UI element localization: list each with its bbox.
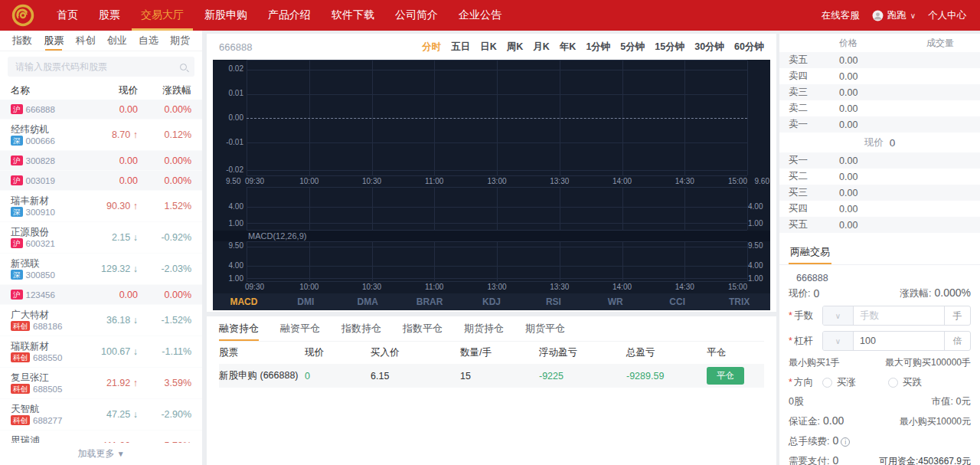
- position-price: 0: [305, 371, 371, 381]
- period-tab-1分钟[interactable]: 1分钟: [586, 41, 610, 54]
- buy-row-3[interactable]: 买三0.00: [779, 185, 980, 201]
- period-tab-五日[interactable]: 五日: [451, 41, 470, 54]
- market-tab-科创[interactable]: 科创: [75, 31, 95, 51]
- nav-item-首页[interactable]: 首页: [57, 0, 78, 31]
- sell-row-1[interactable]: 卖五0.00: [779, 52, 980, 68]
- position-tab-指数持仓[interactable]: 指数持仓: [341, 316, 381, 341]
- tab-margin-trading[interactable]: 两融交易: [789, 239, 831, 264]
- period-tab-年K[interactable]: 年K: [560, 41, 577, 54]
- period-tab-5分钟[interactable]: 5分钟: [620, 41, 645, 54]
- orderbook-sells: 卖五0.00卖四0.00卖三0.00卖二0.00卖一0.00: [779, 52, 980, 133]
- position-tab-融资持仓[interactable]: 融资持仓: [219, 316, 259, 341]
- stock-row-688536[interactable]: 思瑞浦科创688536411.20 ↑5.79%: [0, 431, 202, 443]
- sell-row-3[interactable]: 卖三0.00: [779, 84, 980, 100]
- stock-row-666888[interactable]: 沪6668880.000.00%: [0, 100, 202, 120]
- period-tab-分时[interactable]: 分时: [422, 41, 441, 54]
- period-tab-月K[interactable]: 月K: [533, 41, 550, 54]
- radio-buy-down[interactable]: 买跌: [888, 376, 922, 389]
- market-badge: 沪: [11, 175, 23, 185]
- radio-buy-up[interactable]: 买涨: [822, 376, 856, 389]
- nav-item-产品介绍[interactable]: 产品介绍: [268, 0, 311, 31]
- stock-code: 300850: [26, 270, 55, 280]
- market-tab-创业[interactable]: 创业: [107, 31, 127, 51]
- market-tab-期货[interactable]: 期货: [170, 31, 190, 51]
- stock-row-300828[interactable]: 沪3008280.000.00%: [0, 151, 202, 171]
- lots-select[interactable]: ∨: [823, 306, 854, 325]
- nav-item-股票[interactable]: 股票: [99, 0, 120, 31]
- sell-row-2[interactable]: 卖四0.00: [779, 68, 980, 84]
- period-tab-周K[interactable]: 周K: [507, 41, 524, 54]
- period-tab-60分钟[interactable]: 60分钟: [734, 41, 764, 54]
- indicator-tab-RSI[interactable]: RSI: [522, 296, 584, 307]
- level-price: 0.00: [839, 120, 910, 130]
- search-icon[interactable]: [180, 64, 187, 70]
- stock-row-300850[interactable]: 新强联深300850129.32 ↓-2.03%: [0, 254, 202, 285]
- market-tab-指数[interactable]: 指数: [12, 31, 32, 51]
- buy-row-1[interactable]: 买一0.00: [779, 152, 980, 169]
- load-more-button[interactable]: 加载更多 ▼: [0, 447, 202, 460]
- stock-identity: 沪666888: [11, 104, 78, 115]
- nav-item-交易大厅[interactable]: 交易大厅: [141, 0, 184, 31]
- indicator-tab-KDJ[interactable]: KDJ: [461, 296, 523, 307]
- brand-logo-icon[interactable]: [11, 3, 35, 28]
- indicator-tab-WR[interactable]: WR: [584, 296, 646, 307]
- price-panel: 0.020.010.00-0.01-0.02: [213, 60, 770, 176]
- nav-item-新股申购[interactable]: 新股申购: [204, 0, 247, 31]
- stock-row-123456[interactable]: 沪1234560.000.00%: [0, 285, 202, 305]
- position-tab-指数平仓[interactable]: 指数平仓: [403, 316, 443, 341]
- period-tab-30分钟[interactable]: 30分钟: [694, 41, 724, 54]
- period-tab-15分钟[interactable]: 15分钟: [655, 41, 684, 54]
- indicator-tab-DMA[interactable]: DMA: [337, 296, 399, 307]
- indicator-tab-TRIX[interactable]: TRIX: [708, 296, 770, 307]
- stock-row-300910[interactable]: 瑞丰新材深30091090.30 ↑1.52%: [0, 191, 202, 222]
- info-icon[interactable]: i: [841, 437, 850, 447]
- positions-column-header: 浮动盈亏: [539, 346, 626, 359]
- market-tab-自选[interactable]: 自选: [139, 31, 158, 51]
- chart-area[interactable]: 0.020.010.00-0.01-0.02 09:3010:0010:3011…: [213, 60, 770, 310]
- stock-row-688550[interactable]: 瑞联新材科创688550100.67 ↓-1.11%: [0, 336, 202, 368]
- lots-input[interactable]: [854, 306, 944, 325]
- nav-item-企业公告[interactable]: 企业公告: [459, 0, 501, 31]
- indicator-tab-DMI[interactable]: DMI: [275, 296, 337, 307]
- time-tick: 10:00: [299, 283, 318, 291]
- buy-row-5[interactable]: 买五0.00: [779, 217, 980, 233]
- nav-item-公司简介[interactable]: 公司简介: [395, 0, 438, 31]
- nav-item-软件下载[interactable]: 软件下载: [332, 0, 374, 31]
- positions-table-body: 新股申购 (666888)06.1515-9225-9289.59平仓: [219, 364, 764, 388]
- close-position-button[interactable]: 平仓: [707, 367, 744, 385]
- stock-change: 0.00%: [138, 175, 191, 186]
- user-menu[interactable]: 跑跑 ∨: [872, 9, 916, 22]
- stock-row-688505[interactable]: 复旦张江科创68850521.92 ↑3.59%: [0, 368, 202, 399]
- indicator-tab-BRAR[interactable]: BRAR: [399, 296, 461, 307]
- sell-row-4[interactable]: 卖二0.00: [779, 100, 980, 116]
- stock-code: 688505: [33, 384, 62, 395]
- leverage-select[interactable]: ∨: [823, 332, 854, 350]
- indicator-tab-MACD[interactable]: MACD: [213, 296, 275, 307]
- stock-row-688186[interactable]: 广大特材科创68818636.18 ↓-1.52%: [0, 305, 202, 336]
- stock-price: 2.15 ↓: [78, 232, 138, 243]
- market-tab-股票[interactable]: 股票: [44, 31, 64, 51]
- stock-name: 瑞联新材: [11, 341, 78, 352]
- position-tab-期货平仓[interactable]: 期货平仓: [525, 316, 565, 341]
- time-tick: 09:30: [245, 283, 264, 291]
- leverage-input[interactable]: [854, 332, 944, 350]
- position-tab-期货持仓[interactable]: 期货持仓: [464, 316, 504, 341]
- indicator-tab-CCI[interactable]: CCI: [646, 296, 708, 307]
- level-price: 0.00: [839, 71, 910, 82]
- axis-label: 4.00: [213, 203, 243, 211]
- stock-row-000666[interactable]: 经纬纺机深0006668.70 ↑0.12%: [0, 120, 202, 151]
- stock-row-600321[interactable]: 正源股份沪6003212.15 ↓-0.92%: [0, 222, 202, 254]
- position-tab-融资平仓[interactable]: 融资平仓: [280, 316, 320, 341]
- personal-center-link[interactable]: 个人中心: [928, 9, 966, 22]
- stock-row-003019[interactable]: 沪0030190.000.00%: [0, 171, 202, 191]
- search-input[interactable]: [15, 61, 180, 72]
- period-tab-日K[interactable]: 日K: [480, 41, 497, 54]
- online-service-link[interactable]: 在线客服: [822, 9, 860, 22]
- leverage-unit: 倍: [944, 332, 970, 350]
- buy-row-2[interactable]: 买二0.00: [779, 169, 980, 185]
- stock-row-688277[interactable]: 天智航科创68827747.25 ↓-2.90%: [0, 399, 202, 431]
- stock-name: 正源股份: [11, 227, 78, 238]
- buy-row-4[interactable]: 买四0.00: [779, 201, 980, 217]
- sell-row-5[interactable]: 卖一0.00: [779, 116, 980, 133]
- axis-label: 1.00: [213, 275, 243, 283]
